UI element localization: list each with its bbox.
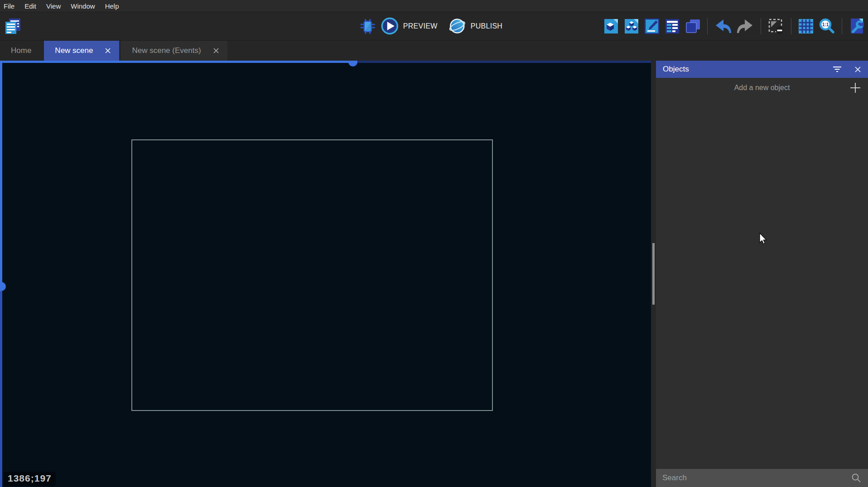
add-new-object-label: Add a new object (656, 84, 868, 92)
cursor-coordinates: 1386;197 (4, 472, 56, 486)
scene-canvas[interactable]: 1386;197 (0, 61, 651, 487)
object-groups-icon[interactable] (623, 18, 640, 34)
close-icon[interactable] (105, 48, 111, 54)
horizontal-scrollbar-fill (0, 61, 353, 63)
menu-bar: File Edit View Window Help (0, 0, 868, 12)
scene-window-border (131, 139, 493, 411)
search-bar (656, 469, 868, 487)
toolbar-separator (842, 18, 842, 34)
panel-resize-handle[interactable] (652, 243, 655, 305)
scene-properties-icon[interactable] (644, 18, 660, 34)
menu-file[interactable]: File (4, 2, 19, 10)
vertical-scrollbar-thumb[interactable] (0, 282, 6, 291)
instances-list-icon[interactable] (664, 18, 680, 34)
content-area: 1386;197 Objects (0, 61, 868, 487)
menu-window[interactable]: Window (66, 2, 100, 10)
zoom-1-1-icon[interactable]: 1:1 (818, 18, 835, 35)
add-new-object-button[interactable]: Add a new object (656, 78, 868, 98)
filter-icon[interactable] (832, 65, 843, 73)
menu-edit[interactable]: Edit (19, 2, 41, 10)
mouse-cursor-icon (759, 233, 769, 247)
close-icon[interactable] (213, 48, 219, 54)
plus-icon[interactable] (849, 82, 861, 94)
publish-globe-icon[interactable] (448, 17, 467, 35)
search-icon (851, 473, 862, 483)
scene-objects-icon[interactable] (603, 18, 619, 34)
publish-button[interactable]: PUBLISH (471, 22, 503, 30)
menu-view[interactable]: View (41, 2, 66, 10)
debugger-icon[interactable] (359, 18, 376, 35)
tab-bar: Home New scene New scene (Events) (0, 40, 868, 61)
grid-icon[interactable] (798, 18, 814, 34)
tab-home[interactable]: Home (0, 41, 42, 61)
objects-panel-header: Objects (656, 61, 868, 78)
preview-button[interactable]: PREVIEW (403, 22, 438, 30)
toolbar-separator (791, 18, 791, 34)
app-window: File Edit View Window Help (0, 0, 868, 487)
toolbar-separator (761, 18, 761, 34)
undo-icon[interactable] (714, 18, 732, 35)
menu-help[interactable]: Help (100, 2, 124, 10)
panel-resize-divider[interactable] (651, 61, 656, 487)
objects-panel: Objects (656, 61, 868, 487)
objects-list-empty[interactable] (656, 98, 868, 469)
vertical-scrollbar-fill (0, 61, 2, 286)
tab-new-scene-events[interactable]: New scene (Events) (121, 41, 227, 61)
deselect-all-icon[interactable] (767, 18, 785, 35)
settings-icon[interactable] (849, 18, 866, 35)
toolbar-separator (707, 18, 708, 34)
toolbar: PREVIEW PUBLISH (0, 12, 868, 40)
redo-icon[interactable] (736, 18, 754, 35)
tab-new-scene[interactable]: New scene (44, 41, 119, 61)
layers-icon[interactable] (685, 18, 701, 34)
preview-play-icon[interactable] (381, 17, 399, 35)
svg-text:1:1: 1:1 (822, 22, 829, 27)
project-manager-icon[interactable] (4, 17, 22, 35)
close-icon[interactable] (854, 66, 861, 73)
horizontal-scrollbar-thumb[interactable] (348, 61, 357, 67)
objects-panel-title: Objects (663, 65, 832, 74)
search-input[interactable] (662, 473, 851, 482)
